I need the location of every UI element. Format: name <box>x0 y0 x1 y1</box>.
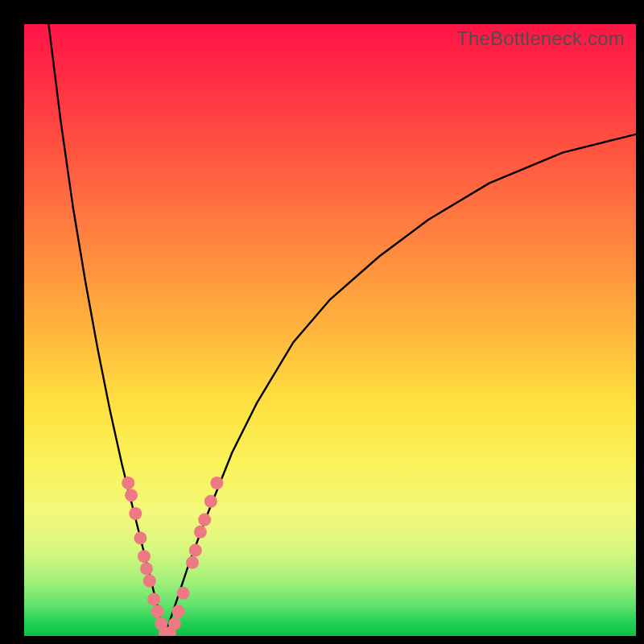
marker-dot <box>186 556 199 569</box>
marker-dot <box>122 477 134 489</box>
marker-dot <box>194 526 207 539</box>
marker-dot <box>210 477 223 489</box>
marker-dot <box>204 495 217 508</box>
chart-svg <box>24 24 636 636</box>
marker-dot <box>151 605 164 618</box>
chart-frame: TheBottleneck.com <box>0 0 644 644</box>
marker-dot <box>198 514 211 526</box>
marker-dot <box>140 562 153 575</box>
marker-dot <box>168 617 181 630</box>
marker-dot <box>189 544 202 557</box>
marker-dot <box>172 605 185 618</box>
marker-dot <box>129 507 142 520</box>
marker-dot <box>177 587 190 600</box>
plot-area: TheBottleneck.com <box>24 24 636 636</box>
curve-left-branch <box>48 24 164 636</box>
marker-dot <box>147 592 160 605</box>
marker-dot <box>138 550 151 563</box>
marker-dot <box>134 531 147 544</box>
marker-dot <box>143 575 156 588</box>
curve-right-branch <box>165 134 636 636</box>
marker-dot <box>125 489 138 502</box>
